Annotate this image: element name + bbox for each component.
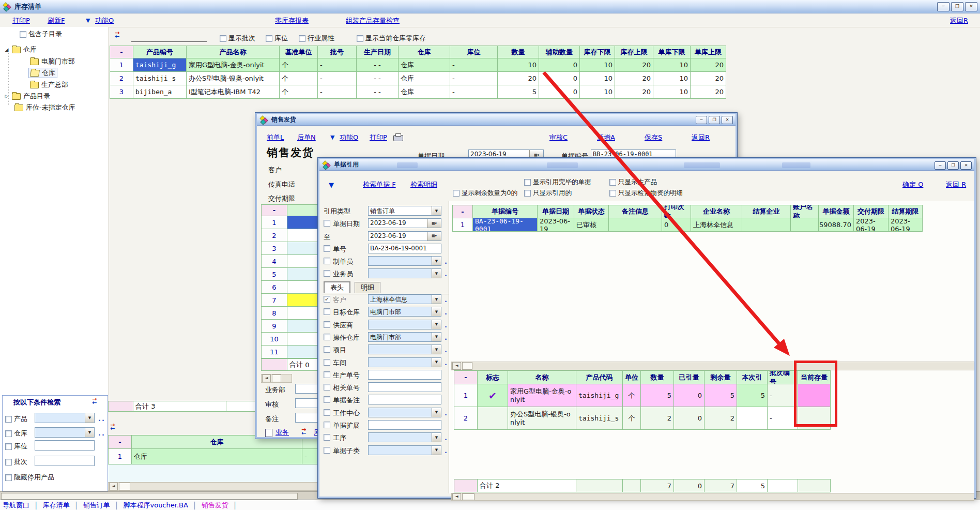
table-cell[interactable]: 合计 2 — [477, 479, 576, 492]
collapsed-icon[interactable]: ▷ — [4, 94, 9, 99]
close-icon[interactable]: ✕ — [960, 161, 972, 170]
taskbar-item-script[interactable]: 脚本程序voucher.BA — [123, 501, 188, 510]
column-header[interactable]: 产品编号 — [133, 46, 186, 58]
field-input[interactable]: 上海林伞信息▼ — [368, 294, 441, 304]
table-cell[interactable]: 20 — [615, 72, 653, 85]
table-cell[interactable]: 0 — [673, 407, 704, 430]
table-cell[interactable]: 3 — [110, 85, 133, 99]
field-input[interactable] — [368, 382, 441, 392]
checkbox-icon[interactable] — [299, 35, 305, 42]
column-header[interactable]: 批次编号 — [767, 370, 798, 384]
table-cell[interactable]: taishiji_g — [576, 384, 622, 407]
table-cell[interactable]: 2 — [704, 407, 737, 430]
table-cell[interactable]: I型笔记本电脑-IBM T42 — [186, 85, 279, 99]
field-input[interactable]: 销售订单▼ — [368, 206, 441, 216]
column-header[interactable]: - — [452, 205, 472, 218]
show-zero-remain-checkbox[interactable]: 显示剩余数量为0的 — [453, 189, 517, 198]
refresh-button[interactable]: 刷新F — [48, 16, 65, 25]
table-cell[interactable]: 家用G型电脑-金奥-onlyit — [508, 384, 576, 407]
table-cell[interactable] — [798, 479, 831, 492]
table-cell[interactable]: - — [767, 407, 798, 430]
dropdown-icon[interactable]: ▼ — [432, 269, 441, 278]
table-cell[interactable]: 个 — [279, 72, 317, 85]
field-input[interactable]: ▼ — [368, 268, 441, 278]
table-cell[interactable]: 仓库 — [398, 72, 450, 85]
maximize-icon[interactable]: ❐ — [951, 2, 963, 11]
table-cell[interactable]: 个 — [622, 407, 640, 430]
table-cell[interactable]: 1 — [452, 218, 472, 232]
taskbar-item-inventory[interactable]: 库存清单 — [43, 501, 70, 510]
table-cell[interactable]: - — [317, 58, 356, 72]
bin-checkbox[interactable]: 库位 — [266, 34, 288, 43]
table-cell[interactable]: ✔ — [477, 384, 508, 407]
table-cell[interactable] — [742, 218, 790, 232]
tree-item-product-catalog[interactable]: ▷ 产品目录 — [4, 92, 50, 101]
taskbar-item-nav[interactable]: 导航窗口 — [3, 501, 29, 510]
column-header[interactable]: 名称 — [508, 370, 576, 384]
column-header[interactable]: 库存下限 — [579, 46, 615, 58]
show-completed-checkbox[interactable]: 显示引用完毕的单据 — [524, 178, 591, 187]
maximize-icon[interactable]: ❐ — [947, 161, 959, 170]
table-cell[interactable] — [454, 479, 477, 492]
scroll-left-icon[interactable]: ◄ — [452, 362, 461, 370]
save-button[interactable]: 保存S — [645, 133, 662, 142]
print-button[interactable]: 打印P — [370, 133, 387, 142]
table-cell[interactable]: 8 — [261, 307, 287, 320]
table-cell[interactable]: 7 — [704, 479, 737, 492]
field-checkbox[interactable] — [324, 434, 330, 441]
field-input[interactable]: ▼ — [368, 408, 441, 417]
scroll-left-icon[interactable]: ◄ — [109, 483, 118, 490]
search-bin-input[interactable] — [35, 440, 95, 451]
table-cell[interactable]: BA-23-06-19-0001 — [472, 218, 537, 232]
scroll-thumb[interactable] — [462, 493, 474, 500]
dropdown-icon[interactable]: ▼ — [432, 206, 441, 215]
calendar-icon[interactable]: ▦▾ — [427, 219, 441, 228]
column-header[interactable]: 辅助数量 — [539, 46, 579, 58]
search-batch-input[interactable] — [35, 456, 95, 466]
table-cell[interactable]: - — [317, 85, 356, 99]
dropdown-icon[interactable]: ▼ — [432, 345, 441, 354]
maximize-icon[interactable]: ❐ — [709, 116, 720, 124]
functions-button[interactable]: 功能O — [95, 16, 114, 25]
column-header[interactable]: 数量 — [497, 46, 539, 58]
only-searched-checkbox[interactable]: 只显示检索物资的明细 — [609, 189, 683, 198]
only-main-product-checkbox[interactable]: 只显示主产品 — [609, 178, 657, 187]
column-header[interactable]: 单库上限 — [690, 46, 726, 58]
audit-button[interactable]: 审核C — [549, 133, 568, 142]
scroll-left-icon[interactable]: ◄ — [262, 374, 271, 382]
table-cell[interactable]: 1 — [108, 449, 131, 464]
table-cell[interactable]: 办公S型电脑-银奥-onlyit — [186, 72, 279, 85]
only-referenced-checkbox[interactable]: 只显示引用的 — [524, 189, 572, 198]
table-cell[interactable]: 0 — [673, 384, 704, 407]
scroll-thumb[interactable] — [272, 374, 281, 382]
column-header[interactable]: 剩余量 — [704, 370, 737, 384]
table-cell[interactable]: taishiji_g — [133, 58, 186, 72]
table-cell[interactable]: 20 — [497, 72, 539, 85]
table-cell[interactable]: 个 — [279, 58, 317, 72]
table-cell[interactable]: 5 — [640, 384, 673, 407]
column-header[interactable]: 交付期限 — [853, 205, 888, 218]
prev-doc-button[interactable]: 前单L — [267, 133, 284, 142]
hide-disabled-checkbox[interactable]: 隐藏停用产品 — [5, 473, 54, 482]
tab-detail[interactable]: 明细 — [355, 282, 380, 293]
table-cell[interactable]: 5 — [261, 268, 287, 281]
field-checkbox[interactable] — [324, 346, 330, 353]
assembly-stock-check-link[interactable]: 组装产品存量检查 — [346, 16, 400, 25]
field-input[interactable]: ▼ — [368, 344, 441, 354]
field-input[interactable] — [368, 370, 441, 380]
minimize-icon[interactable]: ─ — [696, 116, 707, 124]
table-cell[interactable]: 59088.70 — [818, 218, 853, 232]
dropdown-icon[interactable]: ▼ — [432, 333, 441, 341]
field-input[interactable]: 电脑门市部▼ — [368, 307, 441, 317]
back-button[interactable]: 返回 R — [946, 180, 966, 189]
dropdown-icon[interactable]: ▼ — [432, 408, 441, 417]
tree-item-warehouse-selected[interactable]: 仓库 — [28, 68, 57, 78]
table-cell[interactable] — [790, 218, 818, 232]
checkbox-icon[interactable] — [357, 35, 363, 42]
table-cell[interactable]: 2 — [110, 72, 133, 85]
column-header[interactable]: 标志 — [477, 370, 508, 384]
column-header[interactable]: 已引量 — [673, 370, 704, 384]
column-header[interactable]: 库位 — [450, 46, 497, 58]
grid-scrollbar[interactable]: ◄ — [261, 374, 292, 383]
table-cell[interactable]: 2 — [454, 407, 477, 430]
